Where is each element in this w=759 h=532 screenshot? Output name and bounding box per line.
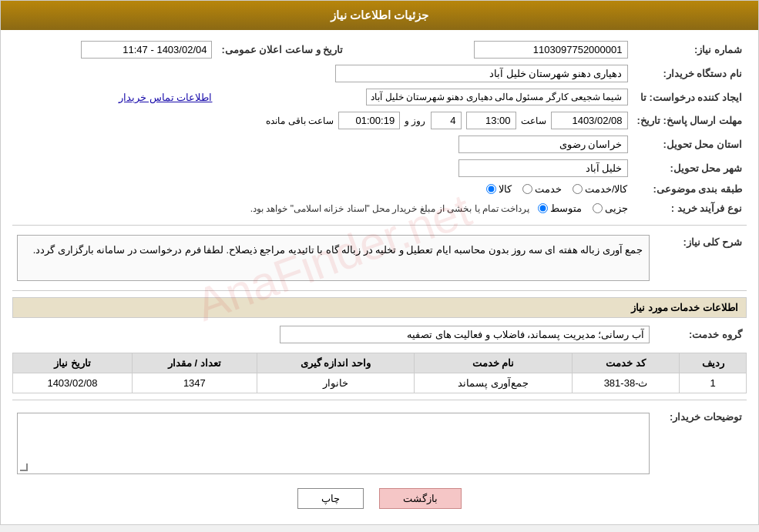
category-radio-kala-khedmat[interactable] (573, 184, 583, 194)
category-label: طبقه بندی موضوعی: (633, 180, 747, 198)
process-label-motavasset: متوسط (550, 202, 582, 214)
request-number-box: 1103097752000001 (474, 41, 628, 59)
service-table-body: 1 ث-38-381 جمع‌آوری پسماند خانوار 1347 1… (13, 373, 747, 393)
buyer-notes-table: توضیحات خریدار: (12, 407, 747, 477)
description-label: شرح کلی نیاز: (654, 232, 747, 284)
print-button[interactable]: چاپ (297, 488, 364, 509)
deadline-time: 13:00 (466, 112, 516, 129)
contact-link[interactable]: اطلاعات تماس خریدار (119, 92, 212, 103)
request-number-value: 1103097752000001 (394, 38, 632, 62)
requester-value: شیما شجیعی کارگر مسئول مالی دهیاری دهنو … (366, 89, 628, 105)
process-note: پرداخت تمام یا بخشی از مبلغ خریدار محل "… (250, 203, 530, 214)
table-row: 1 ث-38-381 جمع‌آوری پسماند خانوار 1347 1… (13, 373, 747, 393)
col-unit: واحد اندازه گیری (257, 353, 414, 373)
process-radio-group: جزیی متوسط (538, 202, 628, 214)
page-header: جزئیات اطلاعات نیاز (1, 1, 758, 30)
announcement-value: 1403/02/04 - 11:47 (81, 41, 212, 59)
description-table: شرح کلی نیاز: AnaFinder.net جمع آوری زبا… (12, 232, 747, 284)
deadline-days: 4 (431, 112, 462, 129)
col-qty: تعداد / مقدار (132, 353, 257, 373)
buyer-org-value: دهیاری دهنو شهرستان خلیل آباد (335, 65, 628, 82)
content-area: شماره نیاز: 1103097752000001 تاریخ و ساع… (1, 30, 758, 524)
cell-rownum: 1 (680, 373, 747, 393)
process-option-motavasset[interactable]: متوسط (538, 202, 582, 214)
category-option-kala[interactable]: کالا (486, 183, 512, 195)
info-table: شماره نیاز: 1103097752000001 تاریخ و ساع… (12, 38, 747, 219)
process-row: جزیی متوسط پرداخت تمام یا بخشی از مبلغ خ… (17, 202, 628, 214)
process-label: نوع فرآیند خرید : (633, 198, 747, 219)
cell-quantity: 1347 (132, 373, 257, 393)
resize-handle[interactable] (20, 463, 28, 471)
process-radio-jozvie[interactable] (593, 203, 603, 213)
buyer-org-label: نام دستگاه خریدار: (633, 62, 747, 85)
service-table: ردیف کد خدمت نام خدمت واحد اندازه گیری ت… (12, 353, 747, 393)
remaining-suffix: ساعت باقی مانده (266, 115, 334, 126)
city-value: خلیل آباد (458, 159, 628, 177)
process-option-jozvie[interactable]: جزیی (593, 202, 628, 214)
buttons-row: بازگشت چاپ (12, 488, 747, 509)
category-radio-khedmat[interactable] (522, 184, 532, 194)
requester-label: ایجاد کننده درخواست: تا (633, 85, 747, 109)
buyer-notes-box (17, 413, 650, 474)
category-radio-kala[interactable] (486, 184, 496, 194)
service-table-header: ردیف کد خدمت نام خدمت واحد اندازه گیری ت… (13, 353, 747, 373)
category-label-kala-khedmat: کالا/خدمت (585, 183, 628, 195)
deadline-date: 1403/02/08 (551, 112, 628, 129)
col-rownum: ردیف (680, 353, 747, 373)
province-value: خراسان رضوی (458, 136, 628, 153)
announcement-label: تاریخ و ساعت اعلان عمومی: (217, 38, 348, 62)
time-label: ساعت (521, 115, 546, 126)
cell-code: ث-38-381 (572, 373, 679, 393)
description-box: AnaFinder.net جمع آوری زباله هفته ای سه … (17, 235, 650, 281)
services-group-table: گروه خدمت: آب رسانی؛ مدیریت پسماند، فاضل… (12, 323, 747, 346)
days-label: روز و (405, 115, 425, 126)
category-radio-group: کالا/خدمت خدمت کالا (486, 183, 628, 195)
city-label: شهر محل تحویل: (633, 156, 747, 180)
province-label: استان محل تحویل: (633, 132, 747, 156)
back-button[interactable]: بازگشت (379, 488, 462, 509)
services-section-header: اطلاعات خدمات مورد نیاز (12, 297, 747, 318)
cell-date: 1403/02/08 (13, 373, 133, 393)
deadline-remaining-time: 01:00:19 (338, 112, 400, 129)
description-text: جمع آوری زباله هفته ای سه روز بدون محاسب… (33, 245, 643, 256)
page-title: جزئیات اطلاعات نیاز (331, 8, 428, 22)
process-radio-motavasset[interactable] (538, 203, 548, 213)
cell-unit: خانوار (257, 373, 414, 393)
divider-3 (12, 400, 747, 400)
category-option-khedmat[interactable]: خدمت (522, 183, 562, 195)
request-number-label: شماره نیاز: (633, 38, 747, 62)
cell-name: جمع‌آوری پسماند (415, 373, 573, 393)
divider-1 (12, 225, 747, 226)
category-option-kala-khedmat[interactable]: کالا/خدمت (573, 183, 628, 195)
col-date: تاریخ نیاز (13, 353, 133, 373)
category-label-kala: کالا (499, 183, 512, 195)
buyer-notes-label: توضیحات خریدار: (654, 407, 747, 477)
category-label-khedmat: خدمت (535, 183, 562, 195)
service-group-label: گروه خدمت: (654, 323, 747, 346)
col-code: کد خدمت (572, 353, 679, 373)
process-label-jozvie: جزیی (605, 202, 628, 214)
col-name: نام خدمت (415, 353, 573, 373)
service-group-value: آب رسانی؛ مدیریت پسماند، فاضلاب و فعالیت… (280, 326, 650, 343)
deadline-row: 1403/02/08 ساعت 13:00 4 روز و 01:00:19 س… (17, 112, 628, 129)
page-wrapper: جزئیات اطلاعات نیاز شماره نیاز: 11030977… (0, 0, 759, 525)
deadline-label: مهلت ارسال پاسخ: تاریخ: (633, 109, 747, 132)
divider-2 (12, 290, 747, 291)
